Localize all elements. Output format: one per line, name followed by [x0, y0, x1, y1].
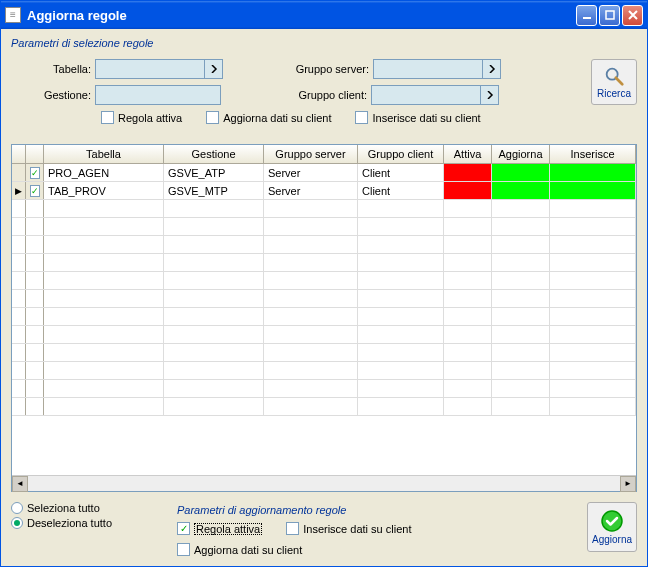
svg-rect-0 [583, 17, 591, 19]
checkbox-icon: ✓ [177, 522, 190, 535]
cell-aggiorna [492, 182, 550, 199]
filter-regola-attiva-checkbox[interactable]: Regola attiva [101, 111, 182, 124]
col-gruppo-client[interactable]: Gruppo client [358, 145, 444, 163]
select-all-label: Seleziona tutto [27, 502, 100, 514]
gruppo-client-label: Gruppo client: [261, 89, 371, 101]
select-all-radio[interactable]: Seleziona tutto [11, 502, 161, 514]
row-indicator: ▶ [12, 182, 26, 199]
deselect-all-radio[interactable]: Deseleziona tutto [11, 517, 161, 529]
cell-attiva [444, 182, 492, 199]
filter-regola-attiva-label: Regola attiva [118, 112, 182, 124]
update-regola-attiva-checkbox[interactable]: ✓ Regola attiva [177, 522, 262, 535]
search-button[interactable]: Ricerca [591, 59, 637, 105]
cell-inserisce [550, 164, 636, 181]
cell-gruppo-client: Client [358, 182, 444, 199]
close-button[interactable] [622, 5, 643, 26]
checkbox-icon [177, 543, 190, 556]
radio-icon [11, 517, 23, 529]
search-label: Ricerca [597, 88, 631, 99]
apply-label: Aggiorna [592, 534, 632, 545]
close-icon [628, 10, 638, 20]
update-inserisce-checkbox[interactable]: Inserisce dati su client [286, 522, 411, 535]
tabella-dropdown-button[interactable] [205, 59, 223, 79]
col-inserisce[interactable]: Inserisce [550, 145, 636, 163]
row-checkbox[interactable]: ✓ [26, 164, 44, 181]
table-row-empty [12, 218, 636, 236]
col-gestione[interactable]: Gestione [164, 145, 264, 163]
table-row-empty [12, 344, 636, 362]
filter-aggiorna-dati-label: Aggiorna dati su client [223, 112, 331, 124]
apply-button[interactable]: Aggiorna [587, 502, 637, 552]
radio-icon [11, 502, 23, 514]
cell-gruppo-server: Server [264, 182, 358, 199]
filter-aggiorna-dati-checkbox[interactable]: Aggiorna dati su client [206, 111, 331, 124]
checkbox-icon [101, 111, 114, 124]
col-tabella[interactable]: Tabella [44, 145, 164, 163]
minimize-icon [582, 10, 592, 20]
col-gruppo-server[interactable]: Gruppo server [264, 145, 358, 163]
table-row[interactable]: ✓PRO_AGENGSVE_ATPServerClient [12, 164, 636, 182]
scroll-right-button[interactable]: ► [620, 476, 636, 492]
cell-tabella: TAB_PROV [44, 182, 164, 199]
checkbox-icon [206, 111, 219, 124]
cell-aggiorna [492, 164, 550, 181]
cell-gestione: GSVE_MTP [164, 182, 264, 199]
filter-inserisce-dati-label: Inserisce dati su client [372, 112, 480, 124]
row-checkbox[interactable]: ✓ [26, 182, 44, 199]
gruppo-server-label: Gruppo server: [263, 63, 373, 75]
col-aggiorna[interactable]: Aggiorna [492, 145, 550, 163]
checkbox-icon [286, 522, 299, 535]
deselect-all-label: Deseleziona tutto [27, 517, 112, 529]
app-icon [5, 7, 21, 23]
chevron-right-icon [210, 65, 218, 73]
table-row-empty [12, 272, 636, 290]
titlebar[interactable]: Aggiorna regole [1, 1, 647, 29]
maximize-icon [605, 10, 615, 20]
gestione-input[interactable] [95, 85, 221, 105]
table-row-empty [12, 200, 636, 218]
chevron-right-icon [486, 91, 494, 99]
gruppo-client-dropdown-button[interactable] [481, 85, 499, 105]
gruppo-client-input[interactable] [371, 85, 481, 105]
table-row-empty [12, 326, 636, 344]
minimize-button[interactable] [576, 5, 597, 26]
grid-horizontal-scrollbar[interactable]: ◄ ► [12, 475, 636, 491]
table-row-empty [12, 398, 636, 416]
col-indicator [12, 145, 26, 163]
svg-rect-1 [606, 11, 614, 19]
row-indicator [12, 164, 26, 181]
filter-section-title: Parametri di selezione regole [11, 37, 637, 49]
scroll-left-button[interactable]: ◄ [12, 476, 28, 492]
cell-tabella: PRO_AGEN [44, 164, 164, 181]
table-row[interactable]: ▶✓TAB_PROVGSVE_MTPServerClient [12, 182, 636, 200]
cell-gruppo-server: Server [264, 164, 358, 181]
gestione-label: Gestione: [11, 89, 95, 101]
search-icon [603, 65, 625, 87]
table-row-empty [12, 380, 636, 398]
table-row-empty [12, 236, 636, 254]
cell-attiva [444, 164, 492, 181]
update-aggiorna-label: Aggiorna dati su client [194, 544, 302, 556]
window-title: Aggiorna regole [27, 8, 127, 23]
update-inserisce-label: Inserisce dati su client [303, 523, 411, 535]
tabella-label: Tabella: [11, 63, 95, 75]
cell-gestione: GSVE_ATP [164, 164, 264, 181]
table-row-empty [12, 254, 636, 272]
tabella-input[interactable] [95, 59, 205, 79]
rules-grid[interactable]: Tabella Gestione Gruppo server Gruppo cl… [11, 144, 637, 492]
gruppo-server-input[interactable] [373, 59, 483, 79]
update-aggiorna-checkbox[interactable]: Aggiorna dati su client [177, 543, 302, 556]
col-attiva[interactable]: Attiva [444, 145, 492, 163]
table-row-empty [12, 290, 636, 308]
check-circle-icon [600, 509, 624, 533]
maximize-button[interactable] [599, 5, 620, 26]
table-row-empty [12, 308, 636, 326]
table-row-empty [12, 362, 636, 380]
gruppo-server-dropdown-button[interactable] [483, 59, 501, 79]
update-section-title: Parametri di aggiornamento regole [177, 504, 571, 516]
update-regola-attiva-label: Regola attiva [194, 523, 262, 535]
chevron-right-icon [488, 65, 496, 73]
filter-inserisce-dati-checkbox[interactable]: Inserisce dati su client [355, 111, 480, 124]
cell-gruppo-client: Client [358, 164, 444, 181]
cell-inserisce [550, 182, 636, 199]
